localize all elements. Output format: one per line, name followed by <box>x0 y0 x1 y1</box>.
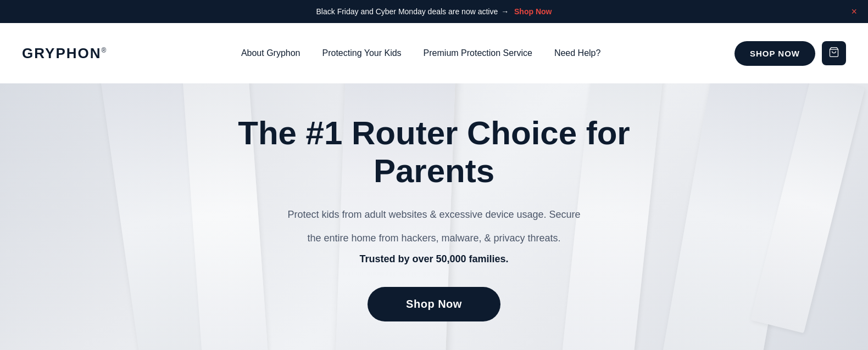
announcement-arrow: → <box>501 7 509 16</box>
announcement-text: Black Friday and Cyber Monday deals are … <box>316 7 552 16</box>
announcement-close-button[interactable]: × <box>851 7 857 16</box>
cart-button[interactable] <box>822 41 846 65</box>
logo-text: GRYPHON <box>22 45 102 61</box>
hero-subtitle-line2: the entire home from hackers, malware, &… <box>209 230 659 247</box>
nav-link-help[interactable]: Need Help? <box>554 48 601 58</box>
nav-links: About Gryphon Protecting Your Kids Premi… <box>241 48 601 58</box>
hero-subtitle-line1: Protect kids from adult websites & exces… <box>209 206 659 223</box>
hero-content: The #1 Router Choice for Parents Protect… <box>187 114 681 321</box>
nav-item-protecting[interactable]: Protecting Your Kids <box>322 48 402 58</box>
navbar: GRYPHON® About Gryphon Protecting Your K… <box>0 23 868 83</box>
logo-registered: ® <box>102 47 108 54</box>
announcement-shop-now-link[interactable]: Shop Now <box>514 7 552 16</box>
cart-icon <box>828 47 839 60</box>
nav-item-about[interactable]: About Gryphon <box>241 48 301 58</box>
nav-link-about[interactable]: About Gryphon <box>241 48 301 58</box>
announcement-main-text: Black Friday and Cyber Monday deals are … <box>316 7 498 16</box>
hero-shop-now-button[interactable]: Shop Now <box>368 287 500 321</box>
hero-section: The #1 Router Choice for Parents Protect… <box>0 83 868 350</box>
hero-title: The #1 Router Choice for Parents <box>209 114 659 190</box>
hero-trusted: Trusted by over 50,000 families. <box>209 253 659 265</box>
nav-item-help[interactable]: Need Help? <box>554 48 601 58</box>
announcement-bar: Black Friday and Cyber Monday deals are … <box>0 0 868 23</box>
nav-shop-now-button[interactable]: SHOP NOW <box>735 41 815 66</box>
nav-link-protecting[interactable]: Protecting Your Kids <box>322 48 402 58</box>
nav-item-premium[interactable]: Premium Protection Service <box>424 48 532 58</box>
nav-right: SHOP NOW <box>735 41 846 66</box>
logo[interactable]: GRYPHON® <box>22 45 107 62</box>
nav-link-premium[interactable]: Premium Protection Service <box>424 48 532 58</box>
